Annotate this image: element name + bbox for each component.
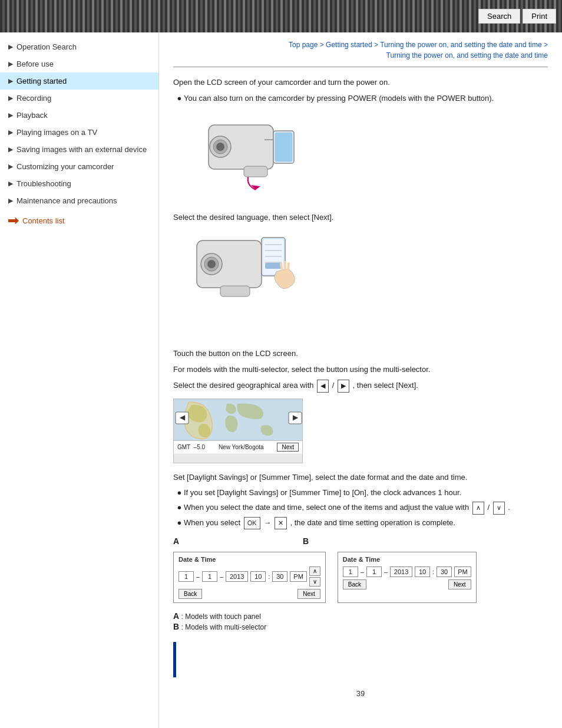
left-arrow-box: ◀ [317,380,329,393]
sidebar-item-label: Operation Search [16,42,153,51]
dt-arrows: ∧ ∨ [309,566,320,587]
breadcrumb-top-page[interactable]: Top page [289,41,318,49]
sidebar-item-maintenance[interactable]: ▶ Maintenance and precautions [0,192,158,209]
dt-down-button[interactable]: ∨ [309,577,320,587]
dt-hour-b: 10 [415,566,430,577]
arrow-icon: ▶ [8,163,13,170]
dt-panel-a: Date & Time 1 – 1 – 2013 10 : 30 PM ∧ ∨ [173,552,326,603]
arrow-icon: ▶ [8,111,13,119]
arrow-icon: ▶ [8,146,13,153]
sidebar-item-before-use[interactable]: ▶ Before use [0,55,158,73]
map-gmt: GMT –5.0 [177,444,205,450]
sidebar-item-troubleshooting[interactable]: ▶ Troubleshooting [0,175,158,192]
header: Search Print [0,0,562,32]
svg-rect-5 [275,133,292,162]
step1-bullets: You can also turn on the camcorder by pr… [184,93,548,105]
svg-rect-19 [265,263,282,269]
svg-rect-23 [220,286,250,297]
step3-text2: For models with the multi-selector, sele… [173,364,548,376]
sidebar-item-playback[interactable]: ▶ Playback [0,107,158,124]
svg-line-22 [288,263,289,269]
panel-a-label: A [173,536,179,546]
dt-up-button[interactable]: ∧ [309,566,320,576]
map-next-button[interactable]: Next [277,443,299,452]
dt-minute: 30 [272,571,287,582]
step2-text: Select the desired language, then select… [173,212,548,224]
dt-panel-header-a: Date & Time [178,556,320,563]
bullet-item-3: When you select the date and time, selec… [184,502,548,515]
sidebar-item-recording[interactable]: ▶ Recording [0,90,158,107]
map-container: ◀ ▶ GMT –5.0 New York/Bogota Next [173,398,548,463]
page-number: 39 [173,689,548,698]
sidebar-item-label: Playing images on a TV [16,128,153,137]
sidebar-item-customizing[interactable]: ▶ Customizing your camcorder [0,158,158,175]
arrow-icon: ▶ [8,43,13,51]
map-footer: GMT –5.0 New York/Bogota Next [174,440,302,453]
arrow-icon: ▶ [8,60,13,68]
sidebar-item-operation-search[interactable]: ▶ Operation Search [0,38,158,55]
dt-year: 2013 [226,571,248,582]
label-b-icon: B [173,622,179,631]
bullet-item: You can also turn on the camcorder by pr… [184,93,548,105]
sidebar: ▶ Operation Search ▶ Before use ▶ Gettin… [0,32,159,728]
x-box: ✕ [275,517,287,530]
breadcrumb-getting-started[interactable]: Getting started [326,41,372,49]
dt-back-button-a[interactable]: Back [178,589,202,599]
main-content: Top page > Getting started > Turning the… [159,32,562,728]
sidebar-item-label: Before use [16,60,153,68]
dt-day-b: 1 [343,566,358,577]
svg-point-3 [216,143,224,151]
step3-text1: Touch the button on the LCD screen. [173,348,548,360]
dt-month: 1 [202,571,217,582]
sidebar-item-label: Troubleshooting [16,179,153,188]
breadcrumb-sep2: > [374,41,380,49]
sidebar-item-saving-images[interactable]: ▶ Saving images with an external device [0,141,158,158]
dt-day: 1 [178,571,194,582]
map-image: ◀ ▶ [174,399,302,440]
arrow-icon: ▶ [8,94,13,102]
dt-hour: 10 [250,571,266,582]
sidebar-item-label: Recording [16,94,153,103]
camcorder-image-1 [173,113,548,203]
sidebar-item-label: Saving images with an external device [16,145,153,154]
panel-b-label: B [303,536,309,546]
ok-box: OK [244,517,260,530]
svg-line-20 [281,264,282,270]
dt-row-a: 1 – 1 – 2013 10 : 30 PM ∧ ∨ [178,566,320,587]
model-note-b: B : Models with multi-selector [173,622,548,631]
dt-year-b: 2013 [390,566,412,577]
contents-list-link[interactable]: Contents list [0,209,158,231]
sidebar-item-getting-started[interactable]: ▶ Getting started [0,73,158,90]
map-location: New York/Bogota [219,444,264,450]
sidebar-item-label: Customizing your camcorder [16,162,153,171]
search-button[interactable]: Search [478,9,520,24]
dt-row-b: 1 – 1 – 2013 10 : 30 PM [343,566,471,577]
dt-minute-b: 30 [437,566,452,577]
dt-next-button-b[interactable]: Next [448,579,471,589]
dt-footer-a: Back Next [178,589,320,599]
arrow-icon: ▶ [8,197,13,205]
breadcrumb-link1[interactable]: Turning the power on, and setting the da… [380,41,541,49]
arrow-icon: ▶ [8,77,13,85]
dt-back-button-b[interactable]: Back [343,579,366,589]
note-bar-container [173,642,548,677]
arrow-right-icon [8,218,19,225]
right-arrow-box: ▶ [338,380,349,393]
dt-next-button-a[interactable]: Next [297,589,320,599]
sidebar-item-playing-images-tv[interactable]: ▶ Playing images on a TV [0,124,158,141]
sidebar-item-label: Getting started [16,77,153,85]
bullet-item-4: When you select OK → ✕ , the date and ti… [184,517,548,530]
layout: ▶ Operation Search ▶ Before use ▶ Gettin… [0,32,562,728]
divider [173,67,548,67]
intro-text: Open the LCD screen of your camcorder an… [173,77,548,89]
bullet-item-2: If you set [Daylight Savings] or [Summer… [184,487,548,499]
sidebar-item-label: Maintenance and precautions [16,196,153,205]
dt-ampm-b: PM [454,566,471,577]
svg-point-12 [207,260,216,268]
down-arrow-box: ∨ [493,502,505,515]
dt-ampm: PM [290,571,307,582]
contents-list-label: Contents list [22,216,65,225]
svg-rect-8 [244,166,267,177]
print-button[interactable]: Print [523,9,556,24]
breadcrumb-link2[interactable]: Turning the power on, and setting the da… [386,51,548,60]
